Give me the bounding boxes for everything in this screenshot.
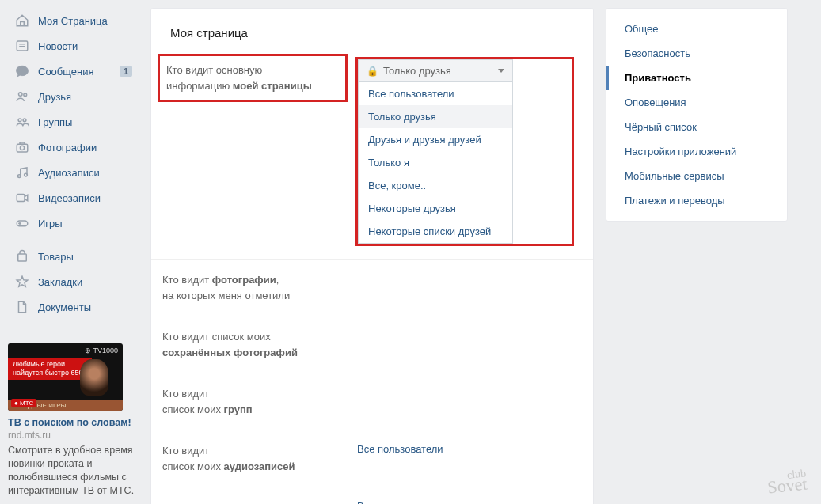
dropdown-option[interactable]: Только друзья	[359, 105, 512, 128]
svg-point-3	[19, 93, 23, 97]
dropdown-option[interactable]: Друзья и друзья друзей	[359, 128, 512, 151]
ad-block[interactable]: ⊕ TV1000 Любимые герои найдутся быстро 6…	[8, 343, 139, 498]
svg-rect-16	[18, 254, 27, 261]
nav-label: Документы	[38, 301, 132, 313]
messages-badge: 1	[120, 66, 132, 77]
svg-point-4	[24, 93, 27, 97]
music-icon	[14, 165, 30, 180]
settings-tab-notifications[interactable]: Оповещения	[606, 90, 787, 115]
ad-text: Смотрите в удобное время новинки проката…	[8, 444, 139, 498]
ad-mts-logo: ● МТС	[11, 399, 36, 407]
setting-value: 🔒 Только друзья Все пользователи Только …	[348, 57, 574, 246]
settings-tab-apps[interactable]: Настройки приложений	[606, 139, 787, 164]
ad-domain: rnd.mts.ru	[8, 430, 139, 441]
setting-row-audio: Кто видит список моих аудиозаписей Все п…	[151, 430, 593, 487]
setting-label: Кто видит фотографии, на которых меня от…	[159, 272, 349, 303]
dropdown-option[interactable]: Все, кроме..	[359, 174, 512, 197]
setting-label: Кто видит список моих аудиозаписей	[159, 443, 349, 474]
nav-audio[interactable]: Аудиозаписи	[8, 160, 139, 185]
dropdown-selected-text: Только друзья	[383, 65, 451, 77]
nav-market[interactable]: Товары	[8, 244, 139, 269]
nav-my-page[interactable]: Моя Страница	[8, 8, 139, 33]
setting-label: Кто видит список моих групп	[159, 386, 349, 417]
nav-label: Группы	[38, 116, 132, 128]
friends-icon	[14, 89, 30, 104]
svg-rect-12	[17, 195, 25, 202]
setting-row-basic-info: Кто видит основную информацию моей стран…	[151, 57, 593, 259]
groups-icon	[14, 114, 30, 130]
document-icon	[14, 299, 30, 315]
dropdown-option[interactable]: Все пользователи	[359, 82, 512, 105]
nav-bookmarks[interactable]: Закладки	[8, 269, 139, 294]
home-icon	[14, 13, 30, 28]
page-title: Моя страница	[151, 9, 593, 57]
svg-point-5	[18, 119, 21, 122]
nav-label: Моя Страница	[38, 15, 132, 27]
dropdown-selected[interactable]: 🔒 Только друзья	[358, 59, 513, 82]
dropdown-list: Все пользователи Только друзья Друзья и …	[358, 82, 513, 244]
nav-label: Друзья	[38, 91, 132, 103]
nav-documents[interactable]: Документы	[8, 294, 139, 320]
nav-news[interactable]: Новости	[8, 33, 139, 59]
setting-row-gifts: Кто видит список моих подарков Все польз…	[151, 487, 593, 504]
star-icon	[14, 274, 30, 290]
svg-point-6	[23, 119, 26, 122]
setting-label: Кто видит основную информацию моей стран…	[158, 54, 348, 102]
chevron-down-icon	[498, 69, 504, 73]
nav-label: Закладки	[38, 276, 132, 288]
bag-icon	[14, 248, 30, 264]
setting-row-tagged-photos: Кто видит фотографии, на которых меня от…	[151, 259, 593, 316]
settings-tab-mobile[interactable]: Мобильные сервисы	[606, 164, 787, 188]
dropdown-option[interactable]: Некоторые списки друзей	[359, 220, 512, 243]
setting-value[interactable]: Все пользователи	[349, 443, 574, 455]
camera-icon	[14, 139, 30, 155]
nav-groups[interactable]: Группы	[8, 109, 139, 135]
news-icon	[14, 38, 30, 54]
setting-value-link[interactable]: Все пользователи	[357, 500, 443, 504]
nav-label: Аудиозаписи	[38, 167, 132, 179]
settings-tab-payments[interactable]: Платежи и переводы	[606, 188, 787, 213]
nav-label: Сообщения	[38, 66, 120, 78]
setting-row-saved-photos: Кто видит список моих сохранённых фотогр…	[151, 316, 593, 373]
ad-tv-logo: ⊕ TV1000	[85, 347, 118, 354]
setting-value-link[interactable]: Все пользователи	[357, 443, 443, 455]
settings-panel: Моя страница Кто видит основную информац…	[150, 8, 594, 504]
nav-friends[interactable]: Друзья	[8, 84, 139, 109]
svg-point-11	[25, 173, 28, 176]
nav-photos[interactable]: Фотографии	[8, 135, 139, 160]
nav-label: Новости	[38, 40, 132, 52]
setting-row-groups: Кто видит список моих групп	[151, 373, 593, 430]
nav-games[interactable]: Игры	[8, 210, 139, 236]
privacy-dropdown: 🔒 Только друзья Все пользователи Только …	[358, 59, 513, 244]
video-icon	[14, 190, 30, 206]
messages-icon	[14, 63, 30, 79]
dropdown-option[interactable]: Только я	[359, 151, 512, 174]
ad-image: ⊕ TV1000 Любимые герои найдутся быстро 6…	[8, 343, 123, 411]
settings-tab-security[interactable]: Безопасность	[606, 41, 787, 66]
settings-nav: Общее Безопасность Приватность Оповещени…	[606, 8, 788, 222]
lock-icon: 🔒	[367, 66, 378, 77]
nav-label: Товары	[38, 251, 132, 263]
ad-title: ТВ с поиском по словам!	[8, 417, 139, 428]
setting-value[interactable]: Все пользователи	[349, 500, 574, 504]
nav-label: Видеозаписи	[38, 192, 132, 204]
dropdown-highlight: 🔒 Только друзья Все пользователи Только …	[355, 57, 574, 246]
nav-label: Фотографии	[38, 142, 132, 153]
nav-video[interactable]: Видеозаписи	[8, 185, 139, 210]
nav-messages[interactable]: Сообщения 1	[8, 59, 139, 84]
settings-tab-general[interactable]: Общее	[606, 17, 787, 41]
gamepad-icon	[14, 215, 30, 231]
nav-label: Игры	[38, 218, 132, 229]
left-sidebar: Моя Страница Новости Сообщения 1 Друзья …	[8, 8, 139, 504]
svg-rect-9	[20, 142, 25, 144]
svg-point-10	[17, 175, 21, 178]
settings-tab-privacy[interactable]: Приватность	[606, 66, 787, 90]
setting-label: Кто видит список моих сохранённых фотогр…	[159, 329, 349, 360]
settings-tab-blacklist[interactable]: Чёрный список	[606, 115, 787, 139]
dropdown-option[interactable]: Некоторые друзья	[359, 197, 512, 220]
svg-point-8	[20, 146, 24, 150]
setting-label: Кто видит список моих подарков	[159, 500, 349, 504]
